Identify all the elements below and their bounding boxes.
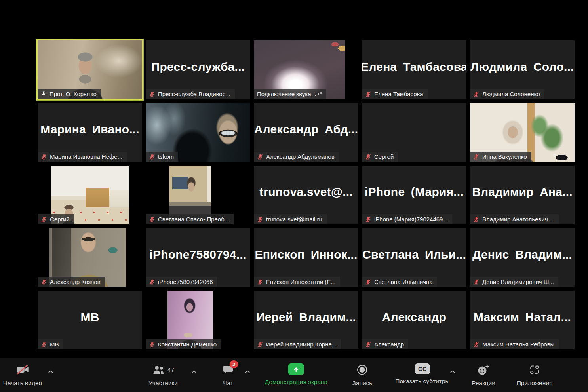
mic-muted-icon bbox=[473, 279, 480, 285]
participant-tile[interactable]: Денис Владим... Денис Владимирович Ш... bbox=[470, 228, 575, 287]
participant-tile[interactable]: Епископ Иннок... Епископ Иннокентий (Е..… bbox=[254, 228, 358, 287]
participant-name: Елена Тамбасова bbox=[374, 91, 423, 97]
participants-icon bbox=[152, 365, 165, 375]
participant-tile[interactable]: Прот. О. Корытко bbox=[38, 40, 142, 99]
mic-muted-icon bbox=[257, 216, 263, 223]
participant-tile[interactable]: Владимир Ана... Владимир Анатольевич ... bbox=[470, 166, 575, 224]
participant-label-bar: Александр bbox=[362, 339, 408, 349]
participant-tile[interactable]: trunova.svet@... trunova.svet@mail.ru bbox=[254, 166, 358, 224]
participant-name: Светлана Спасо- Преоб... bbox=[158, 216, 229, 223]
participant-tile[interactable]: МВ МВ bbox=[38, 291, 142, 349]
participant-name-large: Пресс-служба... bbox=[146, 40, 250, 93]
participant-name: Сергий bbox=[50, 216, 70, 223]
apps-icon bbox=[529, 363, 540, 376]
participants-options-chevron[interactable] bbox=[191, 370, 197, 374]
participant-name-large: trunova.svet@... bbox=[254, 166, 358, 219]
participant-name-large: Марина Ивано... bbox=[38, 103, 142, 156]
participant-tile[interactable]: Марина Ивано... Марина Ивановна Нефе... bbox=[38, 103, 142, 162]
participant-label-bar: trunova.svet@mail.ru bbox=[254, 214, 327, 224]
chat-button[interactable]: 2 Чат bbox=[223, 363, 234, 387]
start-video-button[interactable]: Начать видео bbox=[3, 363, 42, 387]
participant-name-large: Александр Абд... bbox=[254, 103, 358, 156]
participant-name-large: Владимир Ана... bbox=[470, 166, 575, 219]
participant-label-bar: МВ bbox=[38, 339, 63, 349]
participant-tile[interactable]: Пресс-служба... Пресс-служба Владивос... bbox=[146, 40, 250, 99]
participant-name: Максим Наталья Ребровы bbox=[482, 341, 554, 348]
mic-muted-icon bbox=[149, 91, 155, 97]
participant-tile[interactable]: tskom bbox=[146, 103, 250, 162]
captions-button[interactable]: CC Показать субтитры bbox=[395, 363, 449, 385]
participant-name-large: Светлана Ильи... bbox=[362, 228, 466, 281]
participant-tile[interactable]: iPhone7580794... iPhone75807942066 bbox=[146, 228, 250, 287]
participant-name-large: Максим Натал... bbox=[470, 291, 575, 344]
cc-icon: CC bbox=[415, 363, 430, 374]
participant-tile[interactable]: Максим Натал... Максим Наталья Ребровы bbox=[470, 291, 575, 349]
participants-count: 47 bbox=[167, 366, 174, 373]
participant-tile[interactable]: Сергий bbox=[38, 166, 142, 224]
participant-label-bar: Подключение звука bbox=[254, 89, 326, 99]
chat-label: Чат bbox=[223, 380, 233, 387]
participant-tile[interactable]: Светлана Спасо- Преоб... bbox=[146, 166, 250, 224]
participant-name: Владимир Анатольевич ... bbox=[482, 216, 554, 223]
participant-label-bar: Владимир Анатольевич ... bbox=[470, 214, 559, 224]
participant-name: Иерей Владимир Корне... bbox=[266, 341, 337, 348]
mic-muted-icon bbox=[41, 216, 47, 223]
mic-muted-icon bbox=[257, 279, 263, 285]
record-button[interactable]: Запись bbox=[352, 363, 373, 387]
participant-tile[interactable]: Сергей bbox=[362, 103, 466, 162]
pin-icon bbox=[41, 91, 47, 97]
share-screen-icon bbox=[288, 363, 304, 375]
participant-tile[interactable]: Александр Александр bbox=[362, 291, 466, 349]
mic-muted-icon bbox=[365, 279, 371, 285]
participant-name: trunova.svet@mail.ru bbox=[266, 216, 322, 223]
participant-tile[interactable]: Подключение звука bbox=[254, 40, 358, 99]
participant-tile[interactable]: Елена Тамбасова Елена Тамбасова bbox=[362, 40, 466, 99]
apps-button[interactable]: Приложения bbox=[517, 363, 553, 387]
participant-name: Подключение звука bbox=[257, 91, 311, 97]
participants-label: Участники bbox=[148, 380, 178, 387]
participant-tile[interactable]: Александр Кознов bbox=[38, 228, 142, 287]
participant-tile[interactable]: Иерей Владим... Иерей Владимир Корне... bbox=[254, 291, 358, 349]
participant-name: tskom bbox=[158, 153, 174, 160]
participant-tile[interactable]: Александр Абд... Александр Абдульманов bbox=[254, 103, 358, 162]
captions-label: Показать субтитры bbox=[395, 378, 449, 385]
participant-tile[interactable]: Инна Вакуленко bbox=[470, 103, 575, 162]
mic-muted-icon bbox=[365, 341, 371, 348]
participant-label-bar: Денис Владимирович Ш... bbox=[470, 277, 558, 287]
participants-button[interactable]: 47 Участники bbox=[148, 363, 178, 387]
chat-options-chevron[interactable] bbox=[245, 370, 251, 374]
participant-name: Денис Владимирович Ш... bbox=[482, 278, 554, 285]
chat-unread-badge: 2 bbox=[230, 360, 238, 368]
participant-tile[interactable]: Людмила Соло... Людмила Солоненко bbox=[470, 40, 575, 99]
participant-name-large: МВ bbox=[38, 291, 142, 344]
video-options-chevron[interactable] bbox=[48, 370, 54, 374]
mic-muted-icon bbox=[149, 216, 155, 223]
participant-name: Епископ Иннокентий (Е... bbox=[266, 278, 336, 285]
participant-name: МВ bbox=[50, 341, 59, 348]
participant-name: Александр bbox=[374, 341, 404, 348]
participant-label-bar: Марина Ивановна Нефе... bbox=[38, 152, 127, 162]
connecting-audio-icon bbox=[315, 92, 322, 96]
participant-name-large: Елена Тамбасова bbox=[362, 40, 466, 93]
participant-name: Александр Кознов bbox=[50, 278, 101, 285]
participant-label-bar: Людмила Солоненко bbox=[470, 89, 544, 99]
participant-label-bar: Светлана Спасо- Преоб... bbox=[146, 214, 234, 224]
camera-off-icon bbox=[16, 363, 29, 376]
participant-label-bar: iPhone75807942066 bbox=[146, 277, 217, 287]
mic-muted-icon bbox=[473, 154, 480, 160]
participant-grid: Прот. О. Корытко Пресс-служба... Пресс-с… bbox=[38, 40, 575, 349]
participant-name: iPhone (Мария)79024469... bbox=[374, 216, 448, 223]
captions-options-chevron[interactable] bbox=[450, 370, 456, 374]
participant-label-bar: Александр Абдульманов bbox=[254, 152, 339, 162]
participant-tile[interactable]: Светлана Ильи... Светлана Ильинична bbox=[362, 228, 466, 287]
mic-muted-icon bbox=[41, 279, 47, 285]
participant-tile[interactable]: Константин Демешко bbox=[146, 291, 250, 349]
participant-tile[interactable]: iPhone (Мария... iPhone (Мария)79024469.… bbox=[362, 166, 466, 224]
participant-label-bar: Пресс-служба Владивос... bbox=[146, 89, 235, 99]
share-screen-button[interactable]: Демонстрация экрана bbox=[265, 363, 327, 386]
participant-name: Светлана Ильинична bbox=[374, 278, 433, 285]
participant-label-bar: Александр Кознов bbox=[38, 277, 105, 287]
mic-muted-icon bbox=[473, 91, 480, 97]
reactions-button[interactable]: Реакции bbox=[472, 363, 495, 387]
participant-name: Александр Абдульманов bbox=[266, 153, 335, 160]
